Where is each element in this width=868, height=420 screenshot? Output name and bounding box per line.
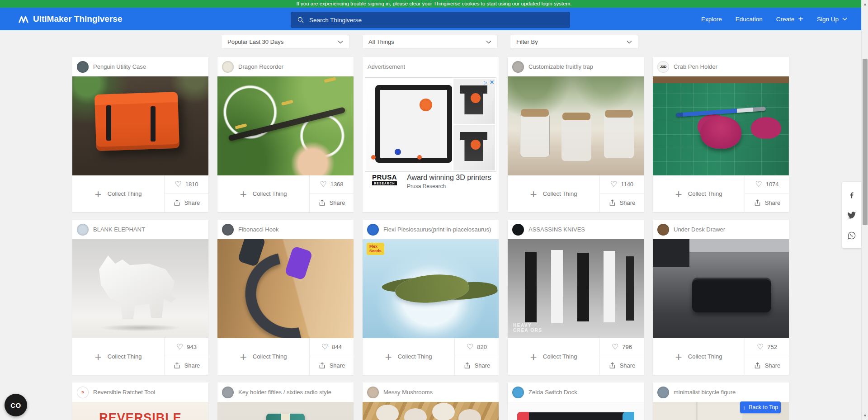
creator-avatar[interactable] xyxy=(367,224,379,236)
thing-image[interactable]: REVERSIBLE xyxy=(72,402,208,420)
like-button[interactable]: ♡ 796 xyxy=(600,338,644,356)
collect-thing-button[interactable]: + Collect Thing xyxy=(217,175,309,212)
collect-thing-button[interactable]: + Collect Thing xyxy=(72,338,164,375)
scroll-down-arrow[interactable]: ▼ xyxy=(862,412,868,419)
thing-image[interactable] xyxy=(72,239,208,338)
share-button[interactable]: Share xyxy=(600,356,644,375)
collect-thing-button[interactable]: + Collect Thing xyxy=(363,338,454,375)
like-button[interactable]: ♡ 844 xyxy=(310,338,354,356)
thing-card-8: ASSASSINS KNIVES HEAVY CREA ORS + Collec… xyxy=(508,220,644,375)
share-button[interactable]: Share xyxy=(165,193,208,212)
thing-card-11: Key holder fifties / sixties radio style… xyxy=(217,382,354,420)
thing-image[interactable] xyxy=(363,402,499,420)
thing-title[interactable]: Messy Mushrooms xyxy=(383,389,433,396)
creator-avatar[interactable] xyxy=(77,224,89,236)
thing-image[interactable] xyxy=(217,402,354,420)
cookie-consent-button[interactable]: CO xyxy=(5,394,27,416)
thing-image[interactable] xyxy=(508,402,644,420)
share-button[interactable]: Share xyxy=(745,356,789,375)
thing-card-4: J3D Crab Pen Holder + Collect Thing ♡ 10… xyxy=(653,57,789,212)
thing-image[interactable] xyxy=(653,76,789,175)
heart-icon: ♡ xyxy=(612,343,618,351)
thing-title[interactable]: minimalist bicycle figure xyxy=(674,389,736,396)
card-header: Dragon Recorder xyxy=(217,57,354,76)
ad-close-icon[interactable]: ✕ xyxy=(490,79,494,85)
thing-image[interactable] xyxy=(508,76,644,175)
thing-title[interactable]: Fibonacci Hook xyxy=(238,226,279,233)
collect-thing-button[interactable]: + Collect Thing xyxy=(508,175,599,212)
twitter-share-button[interactable] xyxy=(842,205,861,225)
share-button[interactable]: Share xyxy=(310,356,354,375)
thing-image[interactable] xyxy=(217,76,354,175)
page-scrollbar[interactable]: ▲ ▼ xyxy=(861,0,868,420)
collect-thing-button[interactable]: + Collect Thing xyxy=(653,338,745,375)
scroll-up-arrow[interactable]: ▲ xyxy=(862,1,868,8)
thing-title[interactable]: Crab Pen Holder xyxy=(674,63,717,70)
whatsapp-share-button[interactable] xyxy=(842,225,861,245)
filter-by-dropdown[interactable]: Filter By xyxy=(510,35,638,49)
nav-education[interactable]: Education xyxy=(736,16,763,23)
thing-title[interactable]: Dragon Recorder xyxy=(238,63,283,70)
scrollbar-thumb[interactable] xyxy=(863,59,868,225)
collect-thing-button[interactable]: + Collect Thing xyxy=(72,175,164,212)
thing-title[interactable]: Penguin Utility Case xyxy=(93,63,146,70)
thing-image[interactable]: Flex Seeds xyxy=(363,239,499,338)
nav-explore[interactable]: Explore xyxy=(701,16,722,23)
creator-avatar[interactable] xyxy=(657,224,669,236)
like-button[interactable]: ♡ 1140 xyxy=(600,175,644,193)
like-button[interactable]: ♡ 820 xyxy=(455,338,499,356)
like-button[interactable]: ♡ 1810 xyxy=(165,175,208,193)
thing-image[interactable] xyxy=(217,239,354,338)
like-button[interactable]: ♡ 943 xyxy=(165,338,208,356)
collect-thing-button[interactable]: + Collect Thing xyxy=(653,175,745,212)
thing-title[interactable]: Key holder fifties / sixties radio style xyxy=(238,389,331,396)
thing-title[interactable]: ASSASSINS KNIVES xyxy=(528,226,585,233)
creator-avatar[interactable] xyxy=(657,387,669,398)
thing-image[interactable] xyxy=(72,76,208,175)
creator-avatar[interactable] xyxy=(367,387,379,398)
collect-thing-button[interactable]: + Collect Thing xyxy=(217,338,309,375)
like-button[interactable]: ♡ 1074 xyxy=(745,175,789,193)
ad-banner[interactable]: ▷ ✕ xyxy=(365,77,496,172)
ad-headline[interactable]: Award winning 3D printers xyxy=(407,174,491,182)
creator-avatar[interactable] xyxy=(222,61,234,73)
share-button[interactable]: Share xyxy=(455,356,499,375)
arrow-up-icon: ↑ xyxy=(743,405,746,411)
thing-title[interactable]: Flexi Plesiosaurus(print-in-placeiosauru… xyxy=(383,226,491,233)
sort-dropdown[interactable]: Popular Last 30 Days xyxy=(221,35,349,49)
thing-title[interactable]: Under Desk Drawer xyxy=(674,226,725,233)
like-count: 943 xyxy=(187,344,197,350)
adchoices-icon[interactable]: ▷ xyxy=(484,80,487,85)
like-count: 1368 xyxy=(330,181,344,188)
share-button[interactable]: Share xyxy=(600,193,644,212)
thing-image[interactable] xyxy=(653,239,789,338)
facebook-share-button[interactable] xyxy=(842,184,861,205)
creator-avatar[interactable] xyxy=(222,387,234,398)
back-to-top-button[interactable]: ↑ Back to Top xyxy=(740,401,781,413)
creator-avatar[interactable]: S xyxy=(77,387,89,398)
share-icon xyxy=(609,362,616,369)
thing-title[interactable]: Customizable fruitfly trap xyxy=(528,63,593,70)
creator-avatar[interactable] xyxy=(222,224,234,236)
thing-title[interactable]: Reversible Ratchet Tool xyxy=(93,389,155,396)
thing-image[interactable]: HEAVY CREA ORS xyxy=(508,239,644,338)
category-dropdown[interactable]: All Things xyxy=(362,35,498,49)
like-count: 796 xyxy=(622,344,632,350)
like-button[interactable]: ♡ 1368 xyxy=(310,175,354,193)
search-input[interactable]: Search Thingiverse xyxy=(291,12,570,28)
creator-avatar[interactable] xyxy=(512,224,524,236)
creator-avatar[interactable] xyxy=(77,61,89,73)
creator-avatar[interactable]: J3D xyxy=(657,61,669,73)
thing-title[interactable]: Zelda Switch Dock xyxy=(528,389,577,396)
ultimaker-thingiverse-logo[interactable]: UltiMaker Thingiverse xyxy=(18,8,122,30)
like-button[interactable]: ♡ 752 xyxy=(745,338,789,356)
collect-thing-button[interactable]: + Collect Thing xyxy=(508,338,599,375)
creator-avatar[interactable] xyxy=(512,387,524,398)
thing-title[interactable]: BLANK ELEPHANT xyxy=(93,226,145,233)
nav-create[interactable]: Create + xyxy=(776,14,803,24)
nav-sign-up[interactable]: Sign Up xyxy=(817,16,847,23)
share-button[interactable]: Share xyxy=(165,356,208,375)
share-button[interactable]: Share xyxy=(310,193,354,212)
creator-avatar[interactable] xyxy=(512,61,524,73)
share-button[interactable]: Share xyxy=(745,193,789,212)
